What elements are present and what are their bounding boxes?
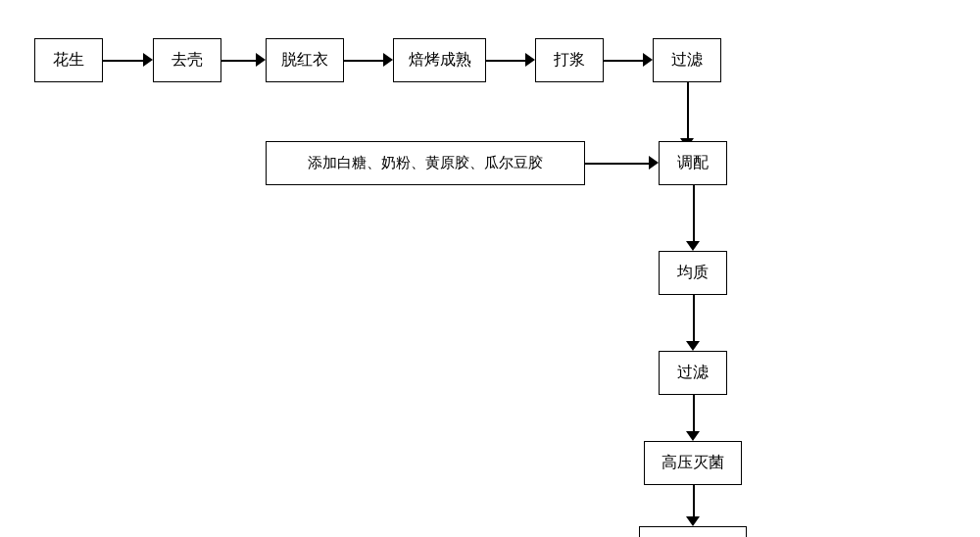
box-tuohongyi: 脱红衣 <box>266 38 344 82</box>
box-guolv2: 过滤 <box>659 351 727 395</box>
box-tianjia: 添加白糖、奶粉、黄原胶、瓜尔豆胶 <box>266 141 585 185</box>
box-huasheng: 花生 <box>34 38 103 82</box>
flow-diagram: 花生 去壳 脱红衣 焙烤成熟 打浆 过滤 添加白糖、奶粉、黄原胶、瓜尔豆胶 <box>20 14 960 523</box>
box-tiaopei: 调配 <box>659 141 727 185</box>
box-nongxiang: 浓香花生奶 <box>639 526 747 537</box>
box-gaoya: 高压灭菌 <box>644 441 742 485</box>
box-quke: 去壳 <box>153 38 221 82</box>
box-juanzhi: 均质 <box>659 251 727 295</box>
box-dajiang: 打浆 <box>535 38 604 82</box>
box-kaokao: 焙烤成熟 <box>393 38 486 82</box>
box-guolv1: 过滤 <box>653 38 721 82</box>
